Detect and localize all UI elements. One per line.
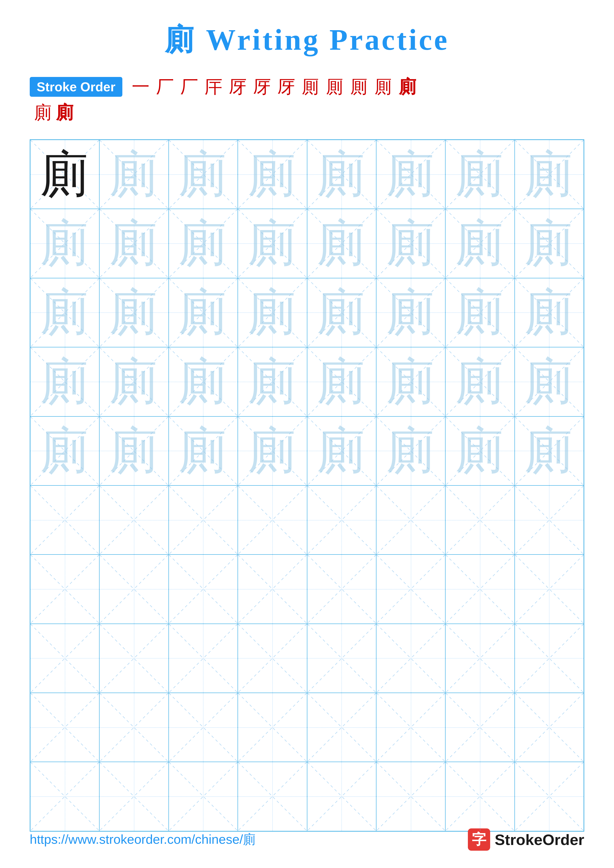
grid-cell[interactable] [445, 555, 515, 623]
grid-cell[interactable] [238, 485, 307, 555]
logo-icon: 字 [468, 828, 490, 851]
practice-char: 廁 [455, 219, 505, 268]
grid-cell[interactable] [376, 485, 445, 555]
grid-cell[interactable] [515, 555, 584, 623]
grid-cell[interactable]: 廁 [515, 347, 584, 416]
grid-cell[interactable] [99, 762, 168, 831]
grid-cell[interactable]: 廁 [238, 417, 307, 485]
grid-cell[interactable] [515, 485, 584, 555]
grid-cell[interactable] [376, 555, 445, 623]
grid-cell[interactable]: 廁 [307, 140, 376, 209]
grid-cell[interactable] [30, 485, 99, 555]
grid-cell[interactable] [376, 693, 445, 762]
grid-cell[interactable] [99, 555, 168, 623]
grid-cell[interactable]: 廁 [99, 417, 168, 485]
grid-cell[interactable]: 廁 [515, 140, 584, 209]
grid-cell[interactable]: 廁 [376, 278, 445, 347]
grid-cell[interactable]: 廁 [376, 417, 445, 485]
practice-char: 廁 [386, 426, 436, 476]
grid-cell[interactable] [238, 693, 307, 762]
grid-cell[interactable]: 廁 [445, 417, 515, 485]
grid-cell[interactable]: 廁 [307, 417, 376, 485]
grid-cell[interactable]: 廁 [30, 140, 99, 209]
grid-cell[interactable] [445, 693, 515, 762]
grid-cell[interactable] [30, 762, 99, 831]
grid-cell[interactable]: 廁 [30, 278, 99, 347]
grid-cell[interactable] [307, 555, 376, 623]
grid-cell[interactable] [30, 693, 99, 762]
grid-cell[interactable]: 廁 [445, 347, 515, 416]
grid-cell[interactable]: 廁 [307, 278, 376, 347]
grid-cell[interactable]: 廁 [445, 278, 515, 347]
stroke-2: 厂 [156, 75, 174, 99]
grid-cell[interactable]: 廁 [515, 209, 584, 278]
page-content: 廁 Writing Practice Stroke Order 一 厂 厂 厈 … [0, 0, 614, 868]
grid-cell[interactable] [376, 762, 445, 831]
grid-cell[interactable]: 廁 [169, 417, 238, 485]
grid-row: 廁 廁 廁 廁 廁 廁 廁 廁 [30, 140, 584, 209]
grid-cell[interactable] [99, 485, 168, 555]
grid-cell[interactable] [169, 555, 238, 623]
grid-cell[interactable] [445, 762, 515, 831]
grid-cell[interactable]: 廁 [445, 209, 515, 278]
grid-cell[interactable] [169, 693, 238, 762]
grid-cell[interactable] [169, 624, 238, 693]
stroke-5: 厊 [229, 75, 247, 99]
stroke-13: 廁 [34, 101, 52, 124]
grid-cell[interactable]: 廁 [376, 347, 445, 416]
grid-cell[interactable]: 廁 [376, 209, 445, 278]
grid-cell[interactable] [307, 485, 376, 555]
grid-row: 廁 廁 廁 廁 廁 廁 廁 廁 [30, 209, 584, 278]
grid-cell[interactable]: 廁 [169, 140, 238, 209]
grid-cell[interactable] [307, 624, 376, 693]
grid-cell[interactable]: 廁 [99, 347, 168, 416]
grid-cell[interactable] [30, 555, 99, 623]
grid-cell[interactable] [515, 624, 584, 693]
grid-cell[interactable]: 廁 [238, 278, 307, 347]
grid-cell[interactable] [238, 762, 307, 831]
grid-cell[interactable]: 廁 [238, 209, 307, 278]
stroke-order-section: Stroke Order 一 厂 厂 厈 厊 厊 厊 厠 厠 厠 厠 廁 廁 廁 [30, 75, 584, 124]
grid-cell[interactable]: 廁 [445, 140, 515, 209]
grid-cell[interactable]: 廁 [99, 209, 168, 278]
practice-char: 廁 [40, 357, 90, 406]
grid-cell[interactable]: 廁 [376, 140, 445, 209]
grid-cell[interactable] [30, 624, 99, 693]
grid-cell[interactable]: 廁 [169, 347, 238, 416]
grid-cell[interactable] [99, 624, 168, 693]
grid-cell[interactable]: 廁 [99, 278, 168, 347]
grid-cell[interactable] [238, 555, 307, 623]
stroke-9: 厠 [326, 75, 344, 99]
grid-cell[interactable]: 廁 [30, 209, 99, 278]
grid-cell[interactable] [376, 624, 445, 693]
grid-cell[interactable] [445, 624, 515, 693]
grid-cell[interactable]: 廁 [99, 140, 168, 209]
practice-char: 廁 [248, 426, 297, 476]
grid-cell[interactable]: 廁 [307, 347, 376, 416]
practice-char: 廁 [524, 426, 574, 476]
grid-cell[interactable] [169, 762, 238, 831]
grid-cell[interactable]: 廁 [515, 417, 584, 485]
grid-cell[interactable] [515, 693, 584, 762]
grid-cell[interactable]: 廁 [238, 347, 307, 416]
practice-char: 廁 [317, 219, 366, 268]
grid-cell[interactable] [169, 485, 238, 555]
grid-cell[interactable]: 廁 [169, 278, 238, 347]
grid-cell[interactable]: 廁 [515, 278, 584, 347]
footer: https://www.strokeorder.com/chinese/廁 字 … [30, 828, 584, 851]
grid-cell[interactable] [515, 762, 584, 831]
grid-cell[interactable]: 廁 [169, 209, 238, 278]
grid-cell[interactable] [238, 624, 307, 693]
grid-cell[interactable]: 廁 [30, 347, 99, 416]
grid-cell[interactable] [307, 762, 376, 831]
practice-char: 廁 [317, 288, 366, 337]
stroke-6: 厊 [253, 75, 271, 99]
grid-cell[interactable] [99, 693, 168, 762]
grid-cell[interactable]: 廁 [307, 209, 376, 278]
practice-char: 廁 [40, 150, 90, 199]
grid-row [30, 485, 584, 555]
grid-cell[interactable] [307, 693, 376, 762]
grid-cell[interactable]: 廁 [30, 417, 99, 485]
grid-cell[interactable] [445, 485, 515, 555]
grid-cell[interactable]: 廁 [238, 140, 307, 209]
